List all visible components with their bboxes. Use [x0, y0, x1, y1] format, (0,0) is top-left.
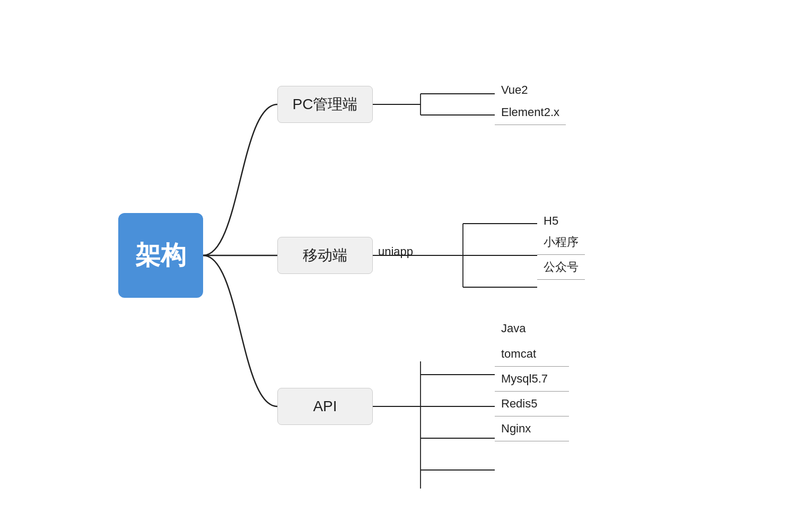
api-leaf-redis: Redis5: [495, 392, 569, 416]
uniapp-label: uniapp: [378, 245, 413, 259]
pc-leaf-element: Element2.x: [495, 100, 566, 125]
mobile-leaves-group: H5 小程序 公众号: [537, 214, 585, 280]
api-leaf-nginx: Nginx: [495, 416, 569, 441]
api-leaf-mysql: Mysql5.7: [495, 367, 569, 392]
root-label: 架构: [135, 238, 186, 272]
root-node: 架构: [118, 213, 203, 298]
mobile-branch-label: 移动端: [303, 245, 347, 265]
pc-above-label: Vue2: [495, 83, 566, 97]
pc-branch-label: PC管理端: [293, 94, 358, 114]
mobile-leaf-mini: 小程序: [537, 230, 585, 255]
api-leaf-tomcat: tomcat: [495, 342, 569, 367]
api-leaves-group: tomcat Mysql5.7 Redis5 Nginx: [495, 342, 569, 441]
mobile-h5-label: H5: [537, 214, 585, 228]
diagram-container: 架构 PC管理端 移动端 API Vue2 Element2.x uniapp …: [76, 28, 712, 504]
pc-leaves-group: Vue2 Element2.x: [495, 83, 566, 125]
api-java-label: Java: [495, 322, 526, 335]
mobile-branch-node: 移动端: [277, 237, 373, 274]
mobile-leaf-wechat: 公众号: [537, 255, 585, 280]
api-branch-label: API: [313, 398, 337, 415]
api-branch-node: API: [277, 388, 373, 425]
pc-branch-node: PC管理端: [277, 86, 373, 123]
